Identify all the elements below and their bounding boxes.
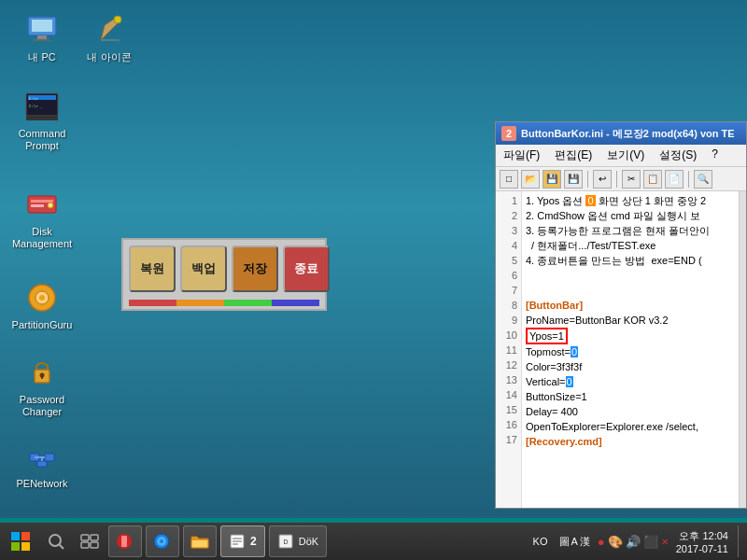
- svg-text:D: D: [283, 539, 288, 545]
- toolbar-find[interactable]: 🔍: [694, 170, 712, 189]
- code-line-2: 2. CmdShow 옵션 cmd 파일 실행시 보: [526, 208, 735, 223]
- svg-rect-10: [26, 116, 58, 120]
- notepad-menubar: 파일(F) 편집(E) 보기(V) 설정(S) ?: [496, 145, 746, 167]
- svg-rect-41: [191, 539, 208, 548]
- tray-date: 2017-07-11: [676, 543, 728, 554]
- tray-icon-network[interactable]: ⬛: [643, 535, 658, 549]
- svg-rect-34: [81, 542, 89, 548]
- menu-edit[interactable]: 편집(E): [551, 147, 596, 164]
- toolbar-sep3: [688, 171, 689, 188]
- desktop-icon-mypc[interactable]: 내 PC: [9, 7, 75, 67]
- code-line-13: Vertical=0: [526, 374, 735, 389]
- desktop-icon-penetwork[interactable]: PENetwork: [9, 434, 75, 494]
- taskbar-app-notepad[interactable]: 2: [220, 525, 265, 557]
- toolbar-copy[interactable]: 📋: [643, 170, 662, 189]
- tray-icon-volume[interactable]: 🔊: [626, 535, 641, 549]
- code-area[interactable]: 1. Ypos 옵션 0 화면 상단 1 화면 중앙 2 2. CmdShow …: [522, 191, 739, 508]
- code-line-14: ButtonSize=1: [526, 389, 735, 404]
- tray-icon-red[interactable]: ●: [598, 535, 605, 549]
- code-line-16: OpenToExplorer=Explorer.exe /select,: [526, 419, 735, 434]
- desktop-icon-partitionguru-label: PartitionGuru: [12, 319, 73, 331]
- code-line-12: Color=3f3f3f: [526, 359, 735, 374]
- code-line-11: Topmost=0: [526, 344, 735, 359]
- desktop-icon-passwordchanger[interactable]: PasswordChanger: [9, 350, 75, 422]
- myicon-icon: [91, 11, 128, 49]
- tray-icon-x[interactable]: ✕: [661, 537, 669, 547]
- desktop-icon-mypc-label: 내 PC: [28, 51, 55, 63]
- code-line-15: Delay= 400: [526, 404, 735, 419]
- search-button[interactable]: [41, 526, 71, 556]
- diskmgmt-icon: [23, 186, 61, 223]
- bb-btn-restore[interactable]: 복원: [129, 245, 176, 292]
- toolbar-paste[interactable]: 📄: [665, 170, 684, 189]
- desktop-icon-penetwork-label: PENetwork: [16, 478, 67, 490]
- menu-settings[interactable]: 설정(S): [655, 147, 700, 164]
- tray-language[interactable]: KO: [529, 536, 552, 547]
- menu-file[interactable]: 파일(F): [500, 147, 543, 164]
- desktop: 내 PC 내 아이콘 C:\> C:\> _ CommandPrompt: [0, 0, 747, 518]
- cmdprompt-icon: C:\> C:\> _: [23, 88, 61, 125]
- notepad-toolbar: □ 📂 💾 💾 ↩ ✂ 📋 📄 🔍: [496, 167, 746, 191]
- taskbar-app-2[interactable]: [146, 525, 179, 557]
- svg-rect-2: [37, 35, 47, 39]
- desktop-icon-passwordchanger-label: PasswordChanger: [20, 394, 64, 418]
- menu-view[interactable]: 보기(V): [603, 147, 648, 164]
- tray-clock[interactable]: 오후 12:04 2017-07-11: [672, 529, 732, 554]
- show-desktop-button[interactable]: [738, 525, 743, 557]
- svg-line-31: [59, 544, 63, 549]
- code-line-6: [526, 268, 735, 283]
- bb-btn-backup[interactable]: 백업: [180, 245, 227, 292]
- code-line-7: [526, 283, 735, 298]
- toolbar-saveas[interactable]: 💾: [564, 170, 583, 189]
- buttonbar-widget: 복원 백업 저장 종료: [121, 238, 327, 311]
- desktop-icon-partitionguru[interactable]: PartitionGuru: [9, 275, 75, 335]
- taskbar-dok-label: DöK: [299, 536, 318, 547]
- toolbar-open[interactable]: 📂: [521, 170, 540, 189]
- toolbar-save[interactable]: 💾: [543, 170, 561, 189]
- vertical-scrollbar[interactable]: [739, 191, 746, 508]
- svg-rect-33: [91, 535, 98, 540]
- bb-btn-save[interactable]: 저장: [232, 245, 278, 292]
- svg-rect-29: [21, 542, 30, 551]
- penetwork-icon: [23, 438, 61, 475]
- menu-help[interactable]: ?: [708, 147, 722, 164]
- code-line-4: / 현재폴더.../Test/TEST.exe: [526, 238, 735, 253]
- desktop-icon-myicon[interactable]: 내 아이콘: [77, 7, 142, 67]
- code-line-9: ProName=ButtonBar KOR v3.2: [526, 313, 735, 328]
- start-button[interactable]: [4, 525, 37, 558]
- tray-icon-palette[interactable]: 🎨: [608, 535, 623, 549]
- svg-rect-37: [121, 536, 127, 547]
- code-line-3: 3. 등록가능한 프로그램은 현재 폴더안이: [526, 223, 735, 238]
- code-line-1: 1. Ypos 옵션 0 화면 상단 1 화면 중앙 2: [526, 193, 735, 208]
- taskbar-app-1[interactable]: [108, 525, 142, 557]
- notepad-window: 2 ButtonBarKor.ini - 메모장2 mod(x64) von T…: [495, 121, 747, 509]
- tray-lang-label: KO: [533, 536, 548, 547]
- taskbar-app-3[interactable]: [183, 525, 217, 557]
- desktop-icon-cmdprompt[interactable]: C:\> C:\> _ CommandPrompt: [9, 84, 75, 156]
- toolbar-cut[interactable]: ✂: [622, 170, 641, 189]
- task-view-button[interactable]: [75, 526, 105, 556]
- svg-rect-22: [45, 454, 54, 461]
- systray: KO 圖 A 漢 ● 🎨 🔊 ⬛ ✕ 오후 12:04 2017-07-11: [529, 525, 743, 557]
- notepad-title: ButtonBarKor.ini - 메모장2 mod(x64) von TE: [521, 127, 735, 141]
- taskbar: 2 D DöK KO 圖 A 漢 ● 🎨 🔊 ⬛ ✕ 오후 12:04: [0, 523, 747, 560]
- taskbar-app-dok[interactable]: D DöK: [269, 525, 327, 557]
- line-numbers: 1 2 3 4 5 6 7 8 9 10 11 12 13 14 15 16 1…: [496, 191, 522, 508]
- svg-point-40: [160, 539, 163, 543]
- bb-btn-exit[interactable]: 종료: [283, 245, 330, 292]
- svg-point-14: [48, 203, 53, 208]
- svg-point-17: [39, 295, 45, 301]
- tray-ime-icons[interactable]: 圖 A 漢: [556, 535, 594, 549]
- svg-rect-1: [32, 20, 52, 32]
- notepad-content-area: 1 2 3 4 5 6 7 8 9 10 11 12 13 14 15 16 1…: [496, 191, 746, 508]
- passwordchanger-icon: [23, 354, 61, 391]
- code-line-5: 4. 종료버튼을 만드는 방법 exe=END (: [526, 253, 735, 268]
- tray-ime-2: A: [571, 536, 578, 547]
- desktop-icon-myicon-label: 내 아이콘: [87, 51, 131, 63]
- desktop-icon-diskmgmt[interactable]: DiskManagement: [9, 182, 75, 254]
- svg-rect-23: [37, 461, 47, 467]
- toolbar-new[interactable]: □: [500, 170, 518, 189]
- svg-rect-32: [81, 535, 89, 540]
- toolbar-undo[interactable]: ↩: [593, 170, 612, 189]
- svg-rect-26: [11, 532, 20, 540]
